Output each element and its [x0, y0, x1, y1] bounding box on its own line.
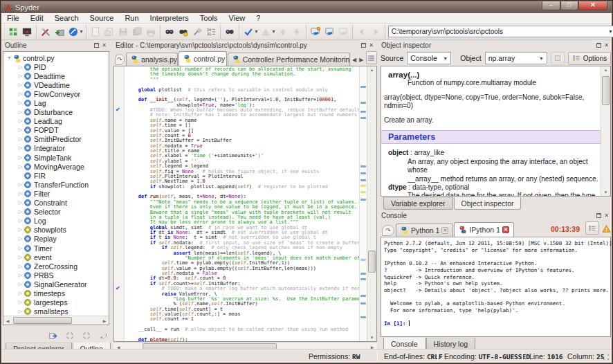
outline-item-timesteps[interactable]: ▷timesteps — [3, 289, 109, 298]
source-select[interactable]: Console▼ — [407, 52, 451, 64]
chevron-down-icon[interactable]: ▼ — [79, 29, 84, 34]
save-button[interactable] — [116, 25, 130, 39]
tree-expander-icon[interactable]: ▷ — [17, 64, 24, 70]
outline-item-flowconveyor[interactable]: ▷FlowConveyor — [3, 89, 109, 98]
tools-button[interactable] — [66, 25, 80, 39]
warning-icon[interactable] — [602, 224, 611, 233]
tree-expander-icon[interactable]: ▷ — [17, 291, 24, 296]
outline-item-signalgenerator[interactable]: ▷SignalGenerator — [3, 280, 109, 289]
outline-hscrollbar[interactable]: ◀ ▶ — [3, 316, 109, 325]
next-warning-button[interactable] — [290, 25, 304, 39]
find-next-button[interactable] — [176, 25, 190, 39]
menu-edit[interactable]: Edit — [25, 13, 49, 23]
tree-expander-icon[interactable]: ▷ — [17, 282, 24, 287]
prev-tab-icon[interactable]: ◀ — [351, 57, 358, 66]
outline-item-filter[interactable]: ▷Filter — [3, 189, 109, 198]
minimize-button[interactable]: ‒ — [542, 1, 560, 10]
close-button[interactable]: ✕ — [578, 1, 607, 10]
outline-item-replay[interactable]: ▷Replay — [3, 235, 109, 244]
code-editor[interactable]: ✔✔ the optimal number of records can be … — [113, 66, 377, 342]
tree-expander-icon[interactable]: ▷ — [17, 273, 24, 278]
tree-expander-icon[interactable]: ▷ — [17, 236, 24, 242]
code-analysis-button[interactable] — [241, 25, 255, 39]
outline-item-deadtime[interactable]: ▷Deadtime — [3, 71, 109, 80]
run-button[interactable] — [309, 25, 322, 39]
editor-vscrollbar[interactable]: ▲ ▼ — [367, 66, 376, 341]
next-tab-icon[interactable]: ▶ — [358, 57, 365, 66]
tree-expander-icon[interactable]: ▷ — [17, 255, 24, 260]
collapse-all-button[interactable] — [64, 329, 76, 342]
tree-expander-icon[interactable]: ▷ — [17, 246, 24, 251]
find-button[interactable] — [163, 25, 176, 39]
working-directory-combobox[interactable]: C:\temporary\svn\pctools\src\pctools▼ — [388, 26, 613, 37]
goto-cursor-button[interactable] — [47, 329, 60, 342]
menu-run[interactable]: Run — [119, 13, 144, 23]
title-bar[interactable]: Spyder ‒ □ ✕ — [1, 1, 612, 13]
pythonpath-button[interactable] — [53, 25, 66, 39]
open-file-button[interactable] — [102, 25, 116, 39]
console-panel[interactable]: Python 2.7.2 (default, Jun 12 2011, 15:0… — [381, 237, 611, 337]
outline-item-control.py[interactable]: ▼control.py — [3, 53, 109, 62]
tree-expander-icon[interactable]: ▷ — [17, 200, 24, 206]
lock-icon[interactable] — [551, 52, 565, 65]
options-button[interactable]: Options — [568, 52, 611, 65]
tree-expander-icon[interactable]: ▷ — [17, 164, 24, 170]
tab-ipython-1[interactable]: IPython 1✕ — [454, 222, 513, 237]
new-file-button[interactable] — [89, 25, 102, 39]
outline-item-leadlag[interactable]: ▷LeadLag — [3, 117, 109, 126]
refresh-button[interactable] — [97, 329, 109, 342]
tree-expander-icon[interactable]: ▷ — [17, 309, 24, 314]
expand-all-button[interactable] — [80, 329, 93, 342]
tab-python-1[interactable]: Python 1✕ — [396, 224, 453, 237]
tree-expander-icon[interactable]: ▷ — [17, 100, 24, 106]
console-output[interactable]: Python 2.7.2 (default, Jun 12 2011, 15:0… — [381, 237, 612, 327]
find-in-files-button[interactable] — [223, 25, 237, 39]
chevron-down-icon[interactable]: ▼ — [254, 29, 259, 34]
menu-view[interactable]: View — [223, 13, 251, 23]
outline-item-simpletank[interactable]: ▷SimpleTank — [3, 153, 109, 162]
tab-control-py[interactable]: control.py✕ — [179, 51, 227, 66]
tree-expander-icon[interactable]: ▷ — [17, 264, 24, 269]
replace-button[interactable] — [190, 25, 204, 39]
tree-expander-icon[interactable]: ▷ — [17, 136, 24, 142]
tree-expander-icon[interactable]: ▷ — [17, 91, 24, 97]
outline-item-fopdt[interactable]: ▷FOPDT — [3, 126, 109, 135]
outline-item-vdeadtime[interactable]: ▷VDeadtime — [3, 80, 109, 89]
menu-file[interactable]: File — [1, 13, 25, 23]
vscroll-thumb[interactable] — [368, 251, 376, 273]
outline-item-movingaverage[interactable]: ▷MovingAverage — [3, 162, 109, 171]
console-options-button[interactable] — [585, 221, 599, 235]
close-icon[interactable]: ✕ — [100, 42, 108, 49]
outline-item-smallsteps[interactable]: ▷smallsteps — [3, 307, 109, 316]
tree-expander-icon[interactable]: ▷ — [17, 73, 24, 79]
tree-expander-icon[interactable]: ▷ — [17, 127, 24, 133]
tree-expander-icon[interactable]: ▷ — [17, 218, 24, 224]
undock-icon[interactable] — [360, 42, 367, 49]
tree-expander-icon[interactable]: ▷ — [17, 118, 24, 124]
outline-item-disturbance[interactable]: ▷Disturbance — [3, 108, 109, 117]
outline-item-pid[interactable]: ▷PID — [3, 62, 109, 71]
menu-help[interactable]: ? — [250, 13, 266, 23]
menu-source[interactable]: Source — [84, 13, 120, 23]
outline-item-integrator[interactable]: ▷Integrator — [3, 144, 109, 153]
outline-item-constraint[interactable]: ▷Constraint — [3, 199, 109, 208]
tree-expander-icon[interactable]: ▷ — [17, 145, 24, 151]
tree-expander-icon[interactable]: ▷ — [17, 82, 24, 88]
editor-code-text[interactable]: the optimal number of records can be all… — [127, 67, 376, 341]
outline-item-transferfunction[interactable]: ▷TransferFunction — [3, 180, 109, 189]
tree-expander-icon[interactable]: ▷ — [17, 209, 24, 215]
tree-expander-icon[interactable]: ▷ — [17, 191, 24, 197]
close-icon[interactable]: ✕ — [603, 212, 610, 219]
tree-expander-icon[interactable]: ▷ — [17, 155, 24, 161]
browse-tabs-button[interactable]: ↷ — [382, 225, 394, 236]
outline-item-largesteps[interactable]: ▷largesteps — [3, 298, 109, 307]
layout-button[interactable] — [6, 25, 20, 39]
menu-search[interactable]: Search — [49, 13, 84, 23]
tab-controller-performance-monitoring-using-m[interactable]: Controller Performance Monitoring using … — [228, 53, 350, 66]
menu-tools[interactable]: Tools — [194, 13, 223, 23]
goto-line-button[interactable]: 2431 — [204, 25, 218, 39]
close-tab-icon[interactable]: ✕ — [502, 226, 509, 233]
tab-object-inspector[interactable]: Object inspector — [454, 197, 522, 210]
debug-run-button[interactable] — [322, 25, 336, 39]
browse-tabs-button[interactable]: ↷ — [115, 54, 125, 65]
